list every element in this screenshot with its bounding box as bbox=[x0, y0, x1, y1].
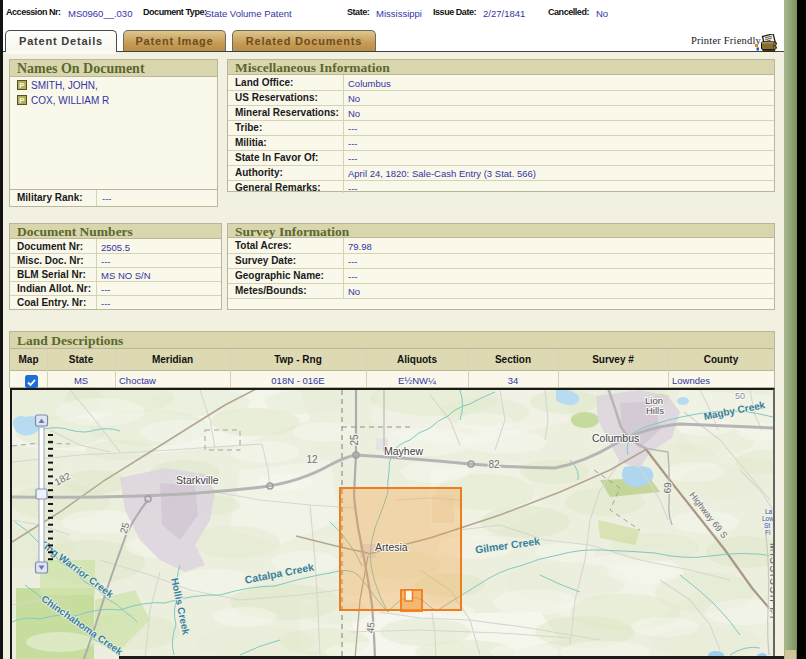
svg-text:MISSISSIPPI: MISSISSIPPI bbox=[768, 543, 773, 620]
svg-text:Starkville: Starkville bbox=[176, 474, 219, 486]
svg-text:82: 82 bbox=[488, 459, 500, 470]
svg-text:69: 69 bbox=[662, 482, 673, 494]
svg-text:Artesia: Artesia bbox=[375, 541, 408, 553]
svg-text:Columbus: Columbus bbox=[592, 432, 639, 444]
svg-text:45: 45 bbox=[365, 621, 377, 633]
svg-text:La: La bbox=[765, 508, 773, 515]
svg-text:Fi: Fi bbox=[765, 529, 770, 536]
svg-text:25: 25 bbox=[349, 434, 360, 446]
svg-text:50: 50 bbox=[735, 391, 745, 401]
svg-text:12: 12 bbox=[306, 454, 318, 465]
svg-text:Hills: Hills bbox=[646, 405, 664, 416]
svg-text:Low: Low bbox=[762, 515, 773, 522]
svg-text:St: St bbox=[764, 522, 770, 529]
svg-text:Mayhew: Mayhew bbox=[384, 445, 424, 457]
